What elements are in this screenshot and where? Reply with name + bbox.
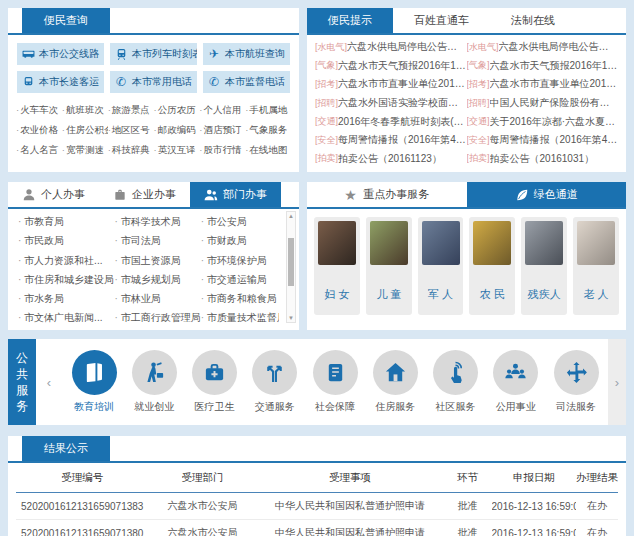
card-elderly[interactable]: 老 人 [573,217,619,315]
query-link[interactable]: 名人名言 [16,140,62,160]
news-item[interactable]: [水电气]六盘水供电局停电公告（20161... [467,38,619,57]
table-header-row: 受理编号 受理部门 受理事项 环节 申报日期 办理结果 [16,463,618,493]
service-label: 社区服务 [428,400,484,414]
query-link[interactable]: 科技辞典 [108,140,154,160]
news-item[interactable]: [交通]关于2016年凉都·六盘水夏季... [467,112,619,131]
common-phones-button[interactable]: ✆ 本市常用电话 [110,71,197,93]
card-military[interactable]: 军 人 [418,217,464,315]
card-disabled[interactable]: 残疾人 [521,217,567,315]
department-link[interactable]: 市环境保护局 [201,251,279,270]
tab-personal-affairs[interactable]: 个人办事 [8,182,99,207]
news-item[interactable]: [招考]六盘水市市直事业单位2016年... [315,75,467,94]
query-link[interactable]: 气象服务 [245,120,291,140]
department-list: 市教育局 市科学技术局 市公安局 市民政局 市司法局 市财政局 市人力资源和社.… [8,209,299,328]
news-item[interactable]: [招聘]中国人民财产保险股份有限公... [467,94,619,113]
department-link[interactable]: 市水务局 [18,289,115,308]
news-item[interactable]: [招聘]六盘水外国语实验学校面向全... [315,94,467,113]
supervision-phone-button[interactable]: ✆ 本市监督电话 [203,71,290,93]
department-link[interactable]: 市住房和城乡建设局 [18,270,115,289]
department-link[interactable]: 市科学技术局 [115,212,201,231]
service-education[interactable]: 教育培训 [66,350,122,414]
query-link[interactable]: 邮政编码 [153,120,199,140]
query-link[interactable]: 公历农历 [153,100,199,120]
news-item[interactable]: [拍卖]拍卖公告（20161031） [467,150,619,169]
news-item[interactable]: [交通]2016年冬春季航班时刻表(2016... [315,112,467,131]
service-community[interactable]: 社区服务 [428,350,484,414]
query-link[interactable]: 住房公积金 [62,120,108,140]
department-link[interactable]: 市国土资源局 [115,251,201,270]
news-item[interactable]: [安全]每周警情播报（2016年第45周） [467,131,619,150]
coach-service-button[interactable]: 本市长途客运 [17,71,104,93]
service-housing[interactable]: 住房服务 [367,350,423,414]
department-link[interactable]: 市财政局 [201,231,279,250]
tab-citizen-express[interactable]: 百姓直通车 [393,8,490,33]
table-row: 5202001612131659071383 六盘水市公安局 中华人民共和国因私… [16,493,618,520]
department-link[interactable]: 市民政局 [18,231,115,250]
query-link[interactable]: 地区区号 [108,120,154,140]
news-item[interactable]: [拍卖]拍卖公告（20161123） [315,150,467,169]
news-item[interactable]: [招考]六盘水市市直事业单位2016年... [467,75,619,94]
carousel-next-button[interactable]: › [608,339,626,425]
department-link[interactable]: 市司法局 [115,231,201,250]
query-tabbar: 便民查询 [8,8,299,35]
scroll-up-arrow[interactable]: ▲ [287,212,295,220]
carousel-prev-button[interactable]: ‹ [36,339,62,425]
card-children[interactable]: 儿 童 [366,217,412,315]
query-link[interactable]: 股市行情 [199,140,245,160]
query-link[interactable]: 农业价格 [16,120,62,140]
tab-enterprise-affairs[interactable]: 企业办事 [99,182,190,207]
scrollbar-thumb[interactable] [288,238,294,286]
query-link[interactable]: 酒店预订 [199,120,245,140]
query-link[interactable]: 火车车次 [16,100,62,120]
tab-department-affairs[interactable]: 部门办事 [190,182,281,207]
card-farmers[interactable]: 农 民 [469,217,515,315]
service-social-security[interactable]: 社会保障 [307,350,363,414]
department-link[interactable]: 市商务和粮食局 [201,289,279,308]
flight-query-button[interactable]: ✈ 本市航班查询 [203,43,290,65]
service-employment[interactable]: 就业创业 [126,350,182,414]
news-item[interactable]: [安全]每周警情播报（2016年第46周） [315,131,467,150]
department-link[interactable]: 市文体广电新闻... [18,308,115,327]
service-medical[interactable]: 医疗卫生 [187,350,243,414]
news-item[interactable]: [水电气]六盘水供电局停电公告（20161... [315,38,467,57]
query-link[interactable]: 手机属地 [245,100,291,120]
department-link[interactable]: 市城乡规划局 [115,270,201,289]
tab-label: 企业办事 [132,187,176,202]
tab-green-channel[interactable]: 绿色通道 [467,182,627,207]
department-link[interactable]: 市林业局 [115,289,201,308]
query-link[interactable]: 英汉互译 [153,140,199,160]
step: 批准 [443,526,491,536]
query-link[interactable]: 个人信用 [199,100,245,120]
news-title: 拍卖公告（20161031） [490,152,595,166]
tab-results-publicity[interactable]: 结果公示 [22,436,110,461]
service-traffic[interactable]: 交通服务 [247,350,303,414]
news-tag: [交通] [467,115,490,128]
service-utilities[interactable]: 公用事业 [488,350,544,414]
results-table: 受理编号 受理部门 受理事项 环节 申报日期 办理结果 520200161213… [8,463,626,536]
news-item[interactable]: [气象]六盘水市天气预报2016年12月12日 [467,57,619,76]
department-link[interactable]: 市工商行政管理局 [115,308,201,327]
department-link[interactable]: 市质量技术监督局 [201,308,279,327]
department-link[interactable]: 市交通运输局 [201,270,279,289]
tab-convenience-query[interactable]: 便民查询 [22,8,110,33]
query-link[interactable]: 在线地图 [245,140,291,160]
department-scrollbar[interactable]: ▲ ▼ [286,211,296,323]
train-schedule-button[interactable]: 本市列车时刻表 [110,43,197,65]
department-link[interactable]: 市公安局 [201,212,279,231]
card-label: 老 人 [573,287,619,302]
scroll-down-arrow[interactable]: ▼ [287,314,295,322]
tab-tips[interactable]: 便民提示 [307,8,393,33]
column-header: 办理结果 [576,471,618,485]
news-item[interactable]: [气象]六盘水市天气预报2016年12月13日 [315,57,467,76]
tab-law-online[interactable]: 法制在线 [490,8,576,33]
bus-lines-button[interactable]: 本市公交线路 [17,43,104,65]
tab-key-services[interactable]: ★ 重点办事服务 [307,182,467,207]
department-link[interactable]: 市教育局 [18,212,115,231]
service-justice[interactable]: 司法服务 [548,350,604,414]
query-link[interactable]: 航班班次 [62,100,108,120]
news-title: 六盘水供电局停电公告（20161... [499,40,618,54]
department-link[interactable]: 市人力资源和社... [18,251,115,270]
query-link[interactable]: 宽带测速 [62,140,108,160]
card-women[interactable]: 妇 女 [314,217,360,315]
query-link[interactable]: 旅游景点 [108,100,154,120]
